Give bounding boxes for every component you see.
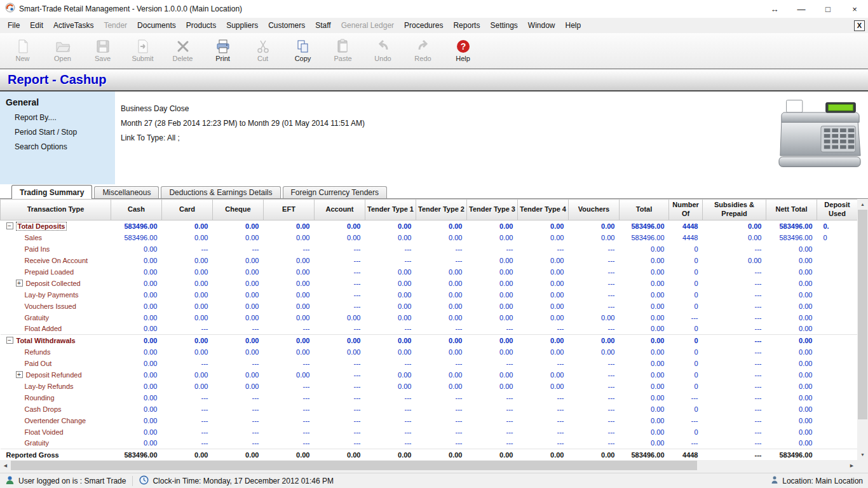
column-header-eft[interactable]: EFT <box>264 200 315 220</box>
transaction-type-cell[interactable]: Lay-by Refunds <box>1 381 111 392</box>
transaction-type-cell[interactable]: Overtender Change <box>1 415 111 426</box>
column-header-account[interactable]: Account <box>315 200 365 220</box>
menu-procedures[interactable]: Procedures <box>399 18 448 32</box>
transaction-type-cell[interactable]: Gratuity <box>1 438 111 449</box>
transaction-type-cell[interactable]: Sales <box>1 232 111 243</box>
column-header-cash[interactable]: Cash <box>111 200 162 220</box>
column-header-cheque[interactable]: Cheque <box>213 200 264 220</box>
cell-account: --- <box>315 369 365 381</box>
transaction-type-cell[interactable]: Cash Drops <box>1 403 111 415</box>
tab-deductions-earnings-details[interactable]: Deductions & Earnings Details <box>161 186 280 198</box>
user-icon <box>5 475 15 487</box>
print-button[interactable]: Print <box>203 34 243 67</box>
cell-tender-type-2: --- <box>416 392 467 403</box>
transaction-type-cell[interactable]: −Total Withdrawals <box>1 335 111 346</box>
cell-card: --- <box>162 243 213 255</box>
transaction-type-cell[interactable]: Reported Gross <box>1 449 111 461</box>
menu-suppliers[interactable]: Suppliers <box>221 18 263 32</box>
help-button[interactable]: ?Help <box>443 34 483 67</box>
transaction-type-cell[interactable]: Float Added <box>1 323 111 335</box>
transaction-type-cell[interactable]: Prepaid Loaded <box>1 266 111 278</box>
menu-products[interactable]: Products <box>181 18 221 32</box>
tab-miscellaneous[interactable]: Miscellaneous <box>94 186 159 198</box>
transaction-type-cell[interactable]: Lay-by Payments <box>1 289 111 301</box>
cell-deposit-used <box>817 255 858 266</box>
transaction-type-cell[interactable]: Float Voided <box>1 426 111 438</box>
transaction-type-cell[interactable]: Paid Out <box>1 358 111 369</box>
cell-eft: --- <box>264 358 315 369</box>
horizontal-scrollbar[interactable]: ◀ ▶ <box>0 460 857 471</box>
transaction-type-cell[interactable]: Refunds <box>1 346 111 358</box>
close-button[interactable]: × <box>841 0 868 18</box>
column-header-nett-total[interactable]: Nett Total <box>766 200 817 220</box>
column-header-transaction-type[interactable]: Transaction Type <box>1 200 111 220</box>
menu-activetasks[interactable]: ActiveTasks <box>48 18 98 32</box>
vertical-scrollbar[interactable]: ▲ ▼ <box>857 199 868 460</box>
column-header-card[interactable]: Card <box>162 200 213 220</box>
menu-customers[interactable]: Customers <box>263 18 310 32</box>
column-header-deposit-used[interactable]: Deposit Used <box>817 200 858 220</box>
vertical-scrollbar-thumb[interactable] <box>858 210 867 419</box>
column-header-total[interactable]: Total <box>620 200 669 220</box>
column-header-number-of[interactable]: Number Of <box>669 200 703 220</box>
column-header-subsidies-prepaid[interactable]: Subsidies & Prepaid <box>703 200 766 220</box>
cell-cheque: --- <box>213 403 264 415</box>
report-header-band: Report - Cashup <box>0 69 868 92</box>
window-resize-icon[interactable]: ↔ <box>761 0 788 18</box>
mdi-close-button[interactable]: X <box>854 20 865 31</box>
minimize-button[interactable]: — <box>788 0 815 18</box>
horizontal-scrollbar-thumb[interactable] <box>11 461 697 470</box>
column-header-vouchers[interactable]: Vouchers <box>569 200 620 220</box>
transaction-type-label: Deposit Refunded <box>26 371 82 379</box>
column-header-tender-type-4[interactable]: Tender Type 4 <box>518 200 569 220</box>
menu-reports[interactable]: Reports <box>448 18 485 32</box>
menu-documents[interactable]: Documents <box>132 18 181 32</box>
collapse-icon[interactable]: − <box>6 337 13 344</box>
transaction-type-cell[interactable]: +Deposit Collected <box>1 278 111 289</box>
menu-settings[interactable]: Settings <box>485 18 522 32</box>
cell-eft: --- <box>264 392 315 403</box>
tab-trading-summary[interactable]: Trading Summary <box>11 185 92 199</box>
transaction-type-cell[interactable]: Receive On Account <box>1 255 111 266</box>
transaction-type-cell[interactable]: −Total Deposits <box>1 220 111 232</box>
table-header-row: Transaction TypeCashCardChequeEFTAccount… <box>1 200 858 220</box>
menu-edit[interactable]: Edit <box>25 18 48 32</box>
expand-icon[interactable]: + <box>16 371 23 378</box>
scroll-right-icon[interactable]: ▶ <box>846 460 857 471</box>
cell-cheque: 0.00 <box>213 220 264 232</box>
general-item-report-by[interactable]: Report By.... <box>0 113 115 122</box>
transaction-type-cell[interactable]: Gratuity <box>1 312 111 323</box>
expand-icon[interactable]: + <box>16 280 23 287</box>
transaction-type-label: Paid Ins <box>25 245 50 253</box>
general-item-search-options[interactable]: Search Options <box>0 142 115 151</box>
collapse-icon[interactable]: − <box>6 222 13 229</box>
transaction-type-cell[interactable]: +Deposit Refunded <box>1 369 111 381</box>
menu-file[interactable]: File <box>3 18 25 32</box>
column-header-tender-type-1[interactable]: Tender Type 1 <box>365 200 416 220</box>
general-item-period-start-stop[interactable]: Period Start / Stop <box>0 128 115 137</box>
column-header-tender-type-2[interactable]: Tender Type 2 <box>416 200 467 220</box>
cell-total: 0.00 <box>620 415 669 426</box>
cell-number-of: 0 <box>669 323 703 335</box>
scroll-left-icon[interactable]: ◀ <box>0 460 11 471</box>
menu-help[interactable]: Help <box>560 18 587 32</box>
scroll-down-icon[interactable]: ▼ <box>857 449 868 460</box>
scroll-up-icon[interactable]: ▲ <box>857 199 868 210</box>
cell-tender-type-4: 0.00 <box>518 312 569 323</box>
transaction-type-cell[interactable]: Rounding <box>1 392 111 403</box>
menu-items: FileEditActiveTasksTenderDocumentsProduc… <box>3 18 586 32</box>
transaction-type-cell[interactable]: Paid Ins <box>1 243 111 255</box>
cell-subsidies-prepaid: --- <box>703 415 766 426</box>
copy-button[interactable]: Copy <box>283 34 323 67</box>
menu-staff[interactable]: Staff <box>310 18 336 32</box>
cell-number-of: 0 <box>669 403 703 415</box>
menu-window[interactable]: Window <box>523 18 560 32</box>
transaction-type-cell[interactable]: Vouchers Issued <box>1 301 111 312</box>
maximize-button[interactable]: □ <box>815 0 841 18</box>
cell-cheque: 0.00 <box>213 381 264 392</box>
report-info-line: Business Day Close <box>121 104 365 113</box>
scrollbar-corner <box>857 460 868 471</box>
column-header-tender-type-3[interactable]: Tender Type 3 <box>467 200 518 220</box>
cell-tender-type-3: 0.00 <box>467 369 518 381</box>
tab-foreign-currency-tenders[interactable]: Foreign Currency Tenders <box>283 186 388 198</box>
